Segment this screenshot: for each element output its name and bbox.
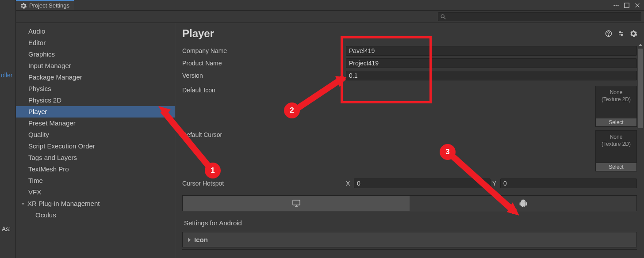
tab-bar: Project Settings [16, 0, 644, 11]
sidebar-item-label: Graphics [28, 49, 55, 59]
default-icon-label: Default Icon [182, 86, 346, 94]
panel-title: Player [182, 27, 214, 40]
svg-point-9 [608, 35, 609, 35]
sidebar-item-label: Script Execution Order [28, 141, 95, 151]
svg-point-6 [441, 15, 444, 18]
version-input[interactable] [346, 71, 637, 80]
help-icon[interactable] [605, 30, 612, 37]
preset-icon[interactable] [617, 30, 625, 37]
product-name-input[interactable] [346, 58, 637, 68]
texture-type-text: (Texture 2D) [596, 96, 636, 103]
hotspot-y-input[interactable] [500, 178, 637, 188]
sidebar-item-package-manager[interactable]: Package Manager [16, 72, 175, 83]
platform-tab-standalone[interactable] [183, 196, 410, 211]
icon-foldout[interactable]: Icon [182, 232, 637, 247]
svg-line-7 [444, 17, 446, 19]
sidebar-item-label: Editor [28, 38, 46, 48]
texture-select-button[interactable]: Select [596, 163, 636, 171]
settings-for-android-header: Settings for Android [182, 216, 637, 229]
svg-point-2 [617, 4, 619, 6]
search-icon [440, 14, 446, 20]
gutter-top-text: oller [1, 72, 15, 79]
svg-point-1 [616, 4, 617, 6]
sidebar-item-label: TextMesh Pro [28, 164, 69, 174]
sidebar-item-label: Oculus [35, 210, 56, 220]
sidebar-item-label: Package Manager [28, 72, 82, 82]
chevron-right-icon [188, 238, 191, 242]
texture-none-text: None [596, 89, 636, 96]
texture-select-button[interactable]: Select [596, 118, 636, 126]
hotspot-y-label: Y [492, 180, 498, 187]
sidebar-item-oculus[interactable]: Oculus [16, 209, 175, 221]
sidebar-item-label: Physics [28, 84, 51, 94]
sidebar-item-audio[interactable]: Audio [16, 26, 175, 37]
scroll-up-icon[interactable] [638, 42, 643, 48]
player-settings-panel: Player Company Name [175, 23, 644, 258]
version-label: Version [182, 72, 346, 79]
foldout-label: Icon [194, 236, 208, 243]
platform-tabs [182, 195, 637, 211]
svg-rect-3 [625, 3, 629, 8]
maximize-icon[interactable] [624, 2, 630, 8]
svg-point-0 [613, 4, 615, 6]
sidebar-item-label: Tags and Layers [28, 153, 77, 163]
gear-icon [20, 3, 27, 9]
sidebar-item-player[interactable]: Player [16, 106, 175, 118]
platform-tab-android[interactable] [410, 196, 636, 211]
sidebar-item-textmesh-pro[interactable]: TextMesh Pro [16, 163, 175, 175]
sidebar-item-label: Input Manager [28, 61, 71, 71]
sidebar-item-vfx[interactable]: VFX [16, 186, 175, 198]
sidebar-item-input-manager[interactable]: Input Manager [16, 60, 175, 72]
tab-title: Project Settings [29, 2, 69, 9]
company-name-label: Company Name [182, 47, 346, 54]
gear-icon[interactable] [630, 30, 637, 37]
sidebar-item-label: Time [28, 176, 43, 186]
sidebar-item-tags-and-layers[interactable]: Tags and Layers [16, 152, 175, 163]
sidebar-item-editor[interactable]: Editor [16, 37, 175, 49]
sidebar-item-label: Preset Manager [28, 118, 76, 128]
sidebar-item-label: VFX [28, 187, 41, 197]
window-controls [613, 2, 644, 8]
sidebar-item-label: XR Plug-in Management [27, 199, 100, 209]
sidebar-item-label: Quality [28, 130, 49, 140]
sidebar-item-label: Player [28, 107, 47, 117]
default-cursor-label: Default Cursor [182, 130, 346, 138]
hotspot-x-input[interactable] [354, 178, 491, 188]
sidebar-item-time[interactable]: Time [16, 175, 175, 186]
scrollbar[interactable] [637, 49, 644, 258]
left-gutter: oller As: [0, 0, 16, 258]
sidebar-item-physics-2d[interactable]: Physics 2D [16, 95, 175, 106]
default-icon-texture[interactable]: None (Texture 2D) Select [595, 86, 637, 127]
company-name-input[interactable] [346, 46, 637, 56]
close-icon[interactable] [634, 2, 640, 8]
sidebar-item-graphics[interactable]: Graphics [16, 49, 175, 60]
search-bar [16, 11, 644, 23]
sidebar-item-xr-plugin-management[interactable]: XR Plug-in Management [16, 198, 175, 209]
sidebar-item-quality[interactable]: Quality [16, 129, 175, 140]
svg-point-13 [621, 34, 623, 36]
monitor-icon [292, 199, 301, 208]
cursor-hotspot-label: Cursor Hotspot [182, 180, 346, 187]
texture-none-text: None [596, 133, 636, 140]
android-icon [519, 199, 528, 208]
scroll-thumb[interactable] [638, 49, 643, 128]
menu-icon[interactable] [613, 2, 619, 8]
sidebar-item-script-execution-order[interactable]: Script Execution Order [16, 140, 175, 152]
product-name-label: Product Name [182, 60, 346, 67]
sidebar-item-preset-manager[interactable]: Preset Manager [16, 118, 175, 129]
project-settings-tab[interactable]: Project Settings [16, 0, 74, 10]
svg-point-12 [620, 32, 621, 33]
sidebar-item-label: Physics 2D [28, 95, 61, 105]
hotspot-x-label: X [346, 180, 352, 187]
default-cursor-texture[interactable]: None (Texture 2D) Select [595, 130, 637, 171]
sidebar-item-label: Audio [28, 27, 45, 36]
sidebar-item-physics[interactable]: Physics [16, 83, 175, 95]
gutter-bottom-text: As: [2, 225, 15, 232]
texture-type-text: (Texture 2D) [596, 140, 636, 148]
search-input[interactable] [438, 12, 641, 21]
chevron-down-icon [21, 203, 25, 205]
svg-rect-14 [293, 200, 300, 205]
sidebar: Audio Editor Graphics Input Manager Pack… [16, 23, 175, 258]
